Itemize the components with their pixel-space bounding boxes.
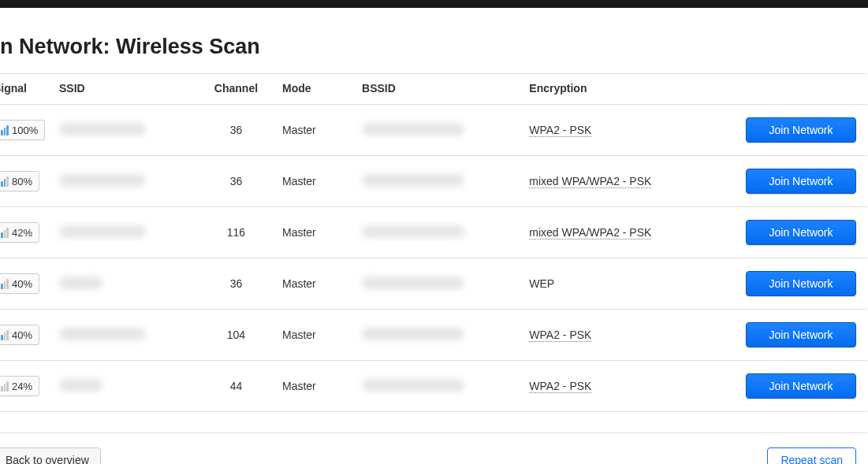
header-encryption: Encryption [523,74,738,105]
signal-bars-icon [0,329,9,340]
join-network-button[interactable]: Join Network [746,373,856,399]
channel-value: 36 [196,258,276,310]
bssid-value [362,277,464,289]
ssid-value [59,123,146,135]
table-row: 100%36MasterWPA2 - PSKJoin Network [0,105,867,156]
table-header-row: Signal SSID Channel Mode BSSID Encryptio… [0,74,867,105]
signal-percent: 24% [12,380,32,392]
signal-percent: 100% [12,124,38,136]
channel-value: 36 [196,105,276,156]
signal-badge: 40% [0,325,39,345]
table-row: 42%116Mastermixed WPA/WPA2 - PSKJoin Net… [0,207,867,258]
page-content: n Network: Wireless Scan Signal SSID Cha… [0,8,868,464]
ssid-value [59,277,102,289]
bssid-value [362,123,464,135]
encryption-value[interactable]: mixed WPA/WPA2 - PSK [529,175,651,188]
join-network-button[interactable]: Join Network [746,271,856,296]
mode-value: Master [276,207,356,258]
scan-results-table: Signal SSID Channel Mode BSSID Encryptio… [0,73,867,412]
ssid-value [59,225,146,238]
table-row: 80%36Mastermixed WPA/WPA2 - PSKJoin Netw… [0,156,867,207]
signal-bars-icon [0,176,9,187]
channel-value: 116 [196,207,276,258]
ssid-value [59,174,146,187]
bottom-action-bar: Back to overview Repeat scan [0,432,867,464]
bssid-value [362,174,464,187]
signal-badge: 40% [0,273,39,294]
signal-percent: 42% [12,227,32,239]
bssid-value [362,328,464,340]
bssid-value [362,379,464,392]
signal-bars-icon [0,227,9,238]
back-to-overview-button[interactable]: Back to overview [0,447,101,464]
signal-badge: 80% [0,171,39,191]
top-navbar [0,0,868,8]
page-title: n Network: Wireless Scan [0,35,868,59]
bssid-value [362,225,464,238]
join-network-button[interactable]: Join Network [746,322,856,347]
mode-value: Master [276,156,356,207]
ssid-value [59,328,146,340]
signal-badge: 100% [0,120,45,140]
join-network-button[interactable]: Join Network [746,169,856,194]
header-signal: Signal [0,74,53,105]
channel-value: 36 [196,156,276,207]
header-action [738,74,867,105]
encryption-value[interactable]: WPA2 - PSK [529,380,591,393]
channel-value: 104 [196,310,276,361]
header-channel: Channel [196,74,276,105]
signal-badge: 42% [0,222,39,243]
channel-value: 44 [196,361,276,412]
header-mode: Mode [276,74,356,105]
mode-value: Master [276,105,356,156]
signal-percent: 80% [12,176,32,187]
signal-bars-icon [0,278,9,289]
repeat-scan-button[interactable]: Repeat scan [767,447,856,464]
table-row: 40%36MasterWEPJoin Network [0,258,867,310]
encryption-value[interactable]: WPA2 - PSK [529,329,591,342]
header-ssid: SSID [53,74,196,105]
table-row: 24%44MasterWPA2 - PSKJoin Network [0,361,867,412]
encryption-value[interactable]: mixed WPA/WPA2 - PSK [529,226,651,239]
mode-value: Master [276,258,356,310]
join-network-button[interactable]: Join Network [746,220,856,245]
table-row: 40%104MasterWPA2 - PSKJoin Network [0,310,867,361]
mode-value: Master [276,361,356,412]
mode-value: Master [276,310,356,361]
header-bssid: BSSID [356,74,523,105]
encryption-value[interactable]: WPA2 - PSK [529,124,591,137]
join-network-button[interactable]: Join Network [746,117,856,143]
signal-percent: 40% [12,329,32,341]
signal-bars-icon [0,124,9,135]
encryption-value: WEP [529,277,554,290]
signal-badge: 24% [0,376,39,396]
signal-bars-icon [0,380,9,392]
ssid-value [59,379,102,392]
signal-percent: 40% [12,278,32,290]
